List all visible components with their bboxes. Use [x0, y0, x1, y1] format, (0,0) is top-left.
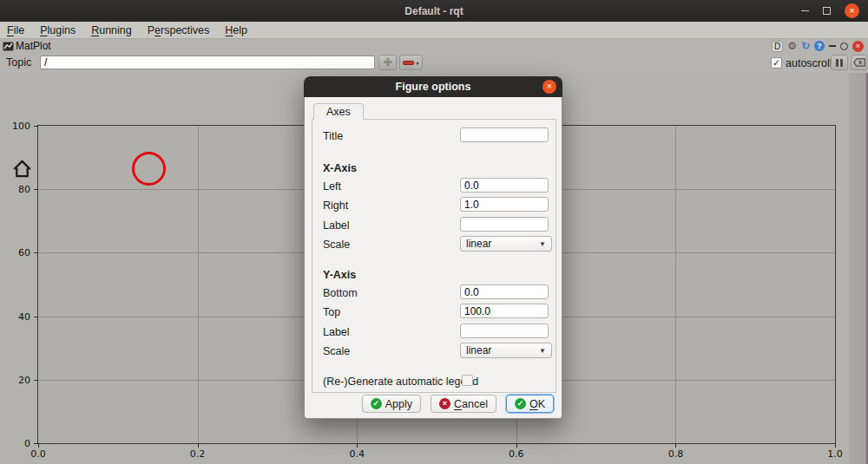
remove-topic-button[interactable]: ▾ — [399, 55, 423, 70]
x-axis-header: X-Axis — [323, 162, 357, 174]
settings-gear-icon[interactable]: ⚙ — [787, 41, 797, 52]
window-controls: × — [801, 0, 859, 22]
y-bottom-input[interactable] — [460, 284, 549, 299]
y-label-input[interactable] — [460, 323, 549, 338]
add-topic-button[interactable]: ✚ — [378, 55, 397, 70]
tick-label: 100 — [12, 121, 30, 132]
apply-check-icon: ✓ — [371, 398, 382, 409]
matplot-title: MatPlot — [3, 40, 51, 52]
tick-label: 0 — [24, 438, 30, 449]
menu-file[interactable]: File — [7, 24, 32, 36]
cancel-x-icon: × — [439, 398, 450, 409]
y-scale-label: Scale — [323, 345, 350, 357]
dialog-body: Axes Title X-Axis Left Right Label Scale… — [304, 97, 562, 419]
help-icon[interactable]: ? — [814, 41, 825, 51]
tab-axes[interactable]: Axes — [313, 103, 364, 120]
menu-running[interactable]: Running — [83, 24, 140, 36]
maximize-icon[interactable] — [823, 7, 831, 15]
tick-label: 80 — [18, 184, 30, 195]
title-input[interactable] — [460, 127, 549, 142]
x-scale-label: Scale — [323, 239, 350, 251]
title-label: Title — [323, 130, 343, 142]
tick-label: 0.8 — [668, 448, 684, 460]
tick-label: 1.0 — [827, 448, 843, 460]
window-edge-strip — [849, 73, 868, 464]
pause-icon — [836, 59, 838, 67]
tick-label: 0.2 — [190, 448, 206, 460]
legend-checkbox[interactable] — [462, 375, 473, 386]
plugin-close-icon[interactable]: × — [852, 41, 864, 52]
combo-caret-icon: ▼ — [539, 347, 546, 355]
x-label-input[interactable] — [460, 217, 549, 232]
x-right-input[interactable] — [460, 197, 549, 212]
autoscroll-label: autoscroll — [786, 57, 832, 69]
tick-label: 20 — [18, 374, 30, 385]
y-label-label: Label — [323, 326, 350, 338]
window-titlebar: Default - rqt × — [0, 0, 868, 22]
topic-input[interactable] — [40, 56, 375, 69]
refresh-icon[interactable]: ↻ — [801, 41, 810, 52]
pause-button[interactable] — [831, 55, 848, 70]
minimize-icon[interactable] — [801, 10, 809, 12]
clear-icon — [853, 58, 865, 67]
ok-button[interactable]: ✓ OK — [506, 395, 554, 413]
apply-button[interactable]: ✓ Apply — [362, 395, 421, 413]
x-label-label: Label — [323, 219, 350, 232]
x-scale-select[interactable]: linear ▼ — [460, 236, 552, 252]
close-icon[interactable]: × — [845, 3, 859, 18]
dialog-titlebar[interactable]: Figure options × — [304, 76, 562, 97]
tick-label: 40 — [18, 310, 30, 322]
clear-button[interactable] — [851, 55, 867, 70]
y-axis-header: Y-Axis — [323, 269, 356, 281]
x-right-label: Right — [323, 199, 348, 212]
dialog-buttons: ✓ Apply × Cancel ✓ OK — [362, 395, 554, 413]
minus-icon — [403, 61, 414, 65]
x-left-input[interactable] — [460, 178, 549, 193]
x-left-label: Left — [323, 180, 341, 193]
plugin-float-icon[interactable] — [840, 42, 848, 50]
legend-label: (Re-)Generate automatic legend — [323, 376, 478, 388]
axes-tab-panel: Title X-Axis Left Right Label Scale line… — [312, 119, 556, 393]
tick-label: 0.6 — [509, 448, 524, 460]
dialog-close-icon[interactable]: × — [542, 80, 556, 94]
menu-plugins[interactable]: Plugins — [32, 24, 83, 36]
dock-badge[interactable]: D — [772, 41, 783, 52]
matplot-icon — [3, 42, 14, 51]
topic-label: Topic — [6, 56, 31, 69]
home-icon[interactable] — [12, 159, 32, 179]
tick-label: 60 — [18, 247, 30, 258]
window-title: Default - rqt — [404, 5, 463, 17]
y-top-input[interactable] — [460, 304, 549, 318]
y-top-label: Top — [323, 306, 340, 318]
ok-check-icon: ✓ — [515, 398, 526, 409]
plugin-minimize-icon[interactable] — [829, 45, 836, 47]
y-scale-select[interactable]: linear ▼ — [460, 343, 552, 358]
menu-help[interactable]: Help — [217, 24, 255, 36]
plugin-controls: D ⚙ ↻ ? × — [772, 41, 865, 52]
menu-perspectives[interactable]: Perspectives — [140, 24, 218, 36]
topic-row: Topic ✚ ▾ ✓ autoscroll — [0, 53, 868, 73]
dropdown-caret-icon: ▾ — [416, 60, 418, 66]
y-bottom-label: Bottom — [323, 287, 358, 299]
combo-caret-icon: ▼ — [539, 240, 546, 248]
tick-label: 0.4 — [349, 448, 365, 460]
menubar: File Plugins Running Perspectives Help — [0, 22, 868, 39]
dialog-title: Figure options — [396, 81, 471, 93]
cancel-button[interactable]: × Cancel — [431, 395, 496, 413]
matplot-plugin-bar: MatPlot D ⚙ ↻ ? × — [0, 39, 868, 53]
figure-options-dialog: Figure options × Axes Title X-Axis Left … — [304, 76, 562, 419]
autoscroll-checkbox[interactable]: ✓ — [771, 57, 782, 69]
tick-label: 0.0 — [30, 448, 46, 460]
